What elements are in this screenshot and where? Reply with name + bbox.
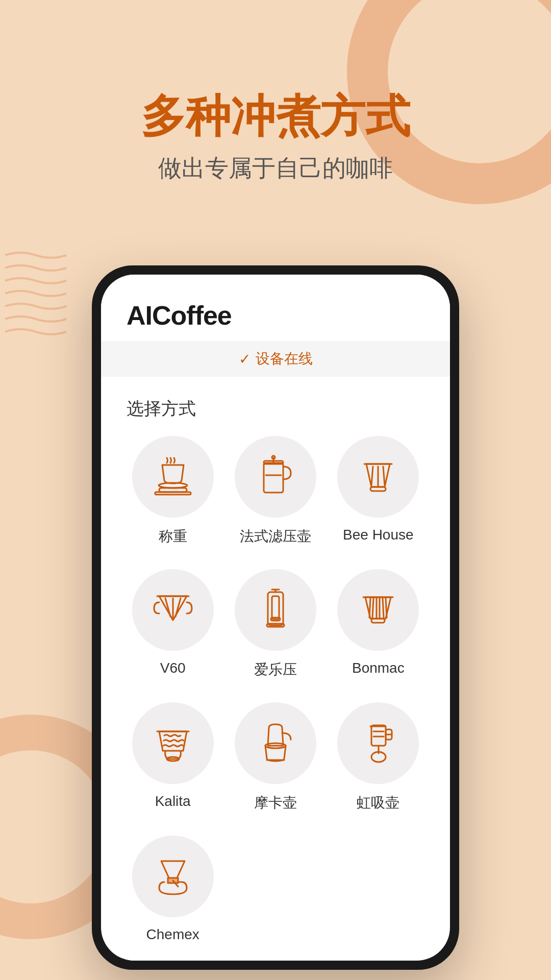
brew-label-aeropress: 爱乐压 [254,660,297,679]
svg-rect-18 [272,596,279,619]
brew-item-v60[interactable]: V60 [127,569,219,692]
svg-rect-30 [371,619,385,623]
brew-item-syphon[interactable]: 虹吸壶 [332,702,424,825]
status-text: 设备在线 [256,349,313,369]
brew-icon-circle-v60 [132,569,214,651]
svg-line-11 [383,467,385,485]
brew-item-moka-pot[interactable]: 摩卡壶 [229,702,321,825]
brew-label-syphon: 虹吸壶 [357,793,399,813]
brew-label-kalita: Kalita [155,793,191,810]
brew-icon-circle-french-press [235,436,316,518]
brew-item-french-press[interactable]: 法式滤压壶 [229,436,321,559]
brew-icon-circle-chemex [132,836,214,917]
app-header: AICoffee [101,275,450,341]
brew-label-bonmac: Bonmac [352,660,405,676]
svg-line-25 [372,598,373,618]
svg-line-28 [383,598,384,618]
wavy-lines-decoration [0,245,82,347]
app-title: AICoffee [127,300,424,331]
svg-line-9 [371,467,373,485]
svg-rect-12 [370,487,386,491]
brew-label-bee-house: Bee House [343,527,414,543]
brew-label-french-press: 法式滤压壶 [240,527,311,546]
status-check-icon: ✓ [239,351,251,368]
phone-screen: AICoffee ✓ 设备在线 选择方式 [101,275,450,961]
brew-item-bee-house[interactable]: Bee House [332,436,424,559]
main-subtitle: 做出专属于自己的咖啡 [41,152,510,184]
brew-icon-circle-bee-house [337,436,419,518]
brew-icon-circle-weigh [132,436,214,518]
brew-icon-circle-syphon [337,702,419,784]
phone-frame: AICoffee ✓ 设备在线 选择方式 [92,265,459,970]
brew-icon-circle-aeropress [235,569,316,651]
header-section: 多种冲煮方式 做出专属于自己的咖啡 [0,92,551,184]
brew-icon-circle-kalita [132,702,214,784]
brew-icon-circle-bonmac [337,569,419,651]
svg-line-24 [369,598,370,618]
brew-item-kalita[interactable]: Kalita [127,702,219,825]
section-title: 选择方式 [101,377,450,431]
svg-rect-35 [371,725,386,746]
brew-item-weigh[interactable]: 称重 [127,436,219,559]
status-bar: ✓ 设备在线 [101,341,450,377]
brew-item-aeropress[interactable]: 爱乐压 [229,569,321,692]
phone-mockup: AICoffee ✓ 设备在线 选择方式 [92,265,459,970]
svg-rect-3 [264,463,283,493]
brew-item-chemex[interactable]: Chemex [127,836,219,955]
svg-rect-2 [155,492,191,495]
brew-label-weigh: 称重 [159,527,187,546]
main-title: 多种冲煮方式 [41,92,510,141]
brew-label-chemex: Chemex [146,926,199,943]
svg-line-29 [386,598,387,618]
brew-methods-grid: 称重 [101,431,450,961]
brew-label-v60: V60 [160,660,186,676]
brew-icon-circle-moka-pot [235,702,316,784]
brew-label-moka-pot: 摩卡壶 [254,793,297,813]
brew-item-bonmac[interactable]: Bonmac [332,569,424,692]
